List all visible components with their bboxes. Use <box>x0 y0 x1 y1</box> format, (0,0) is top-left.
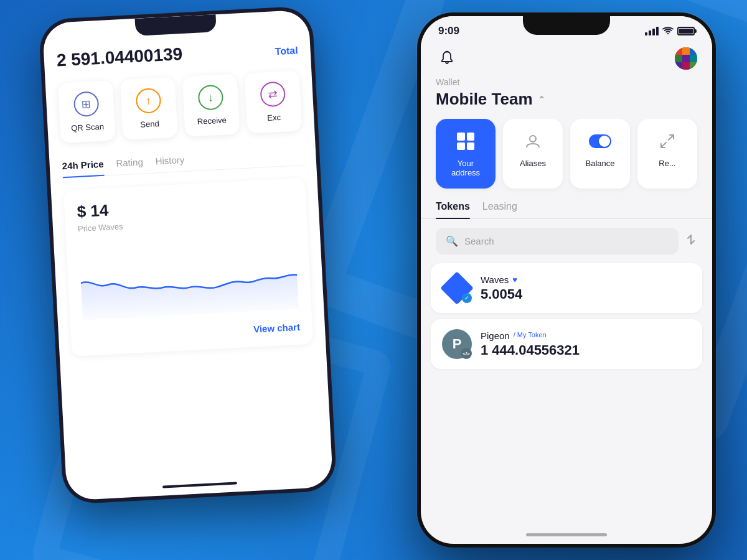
receive-label: Receive <box>197 115 227 126</box>
svg-rect-2 <box>675 47 682 55</box>
tab-rating[interactable]: Rating <box>116 157 144 175</box>
signal-bar-1 <box>645 32 647 35</box>
receive-icon: ↓ <box>197 85 223 111</box>
search-icon: 🔍 <box>446 235 458 247</box>
qrscan-label: QR Scan <box>71 122 104 133</box>
exchange-label: Exc <box>267 113 281 123</box>
signal-bar-4 <box>656 27 659 35</box>
tokens-tabs: Tokens Leasing <box>421 201 712 219</box>
tab-tokens[interactable]: Tokens <box>436 201 470 218</box>
aliases-card[interactable]: Aliases <box>503 119 563 189</box>
svg-line-13 <box>661 142 666 147</box>
redeem-label: Re... <box>659 159 675 168</box>
svg-line-12 <box>669 135 674 140</box>
token-item-pigeon[interactable]: P </> Pigeon / My Token 1 444.04556321 <box>431 319 702 369</box>
front-home-indicator <box>526 533 607 536</box>
waves-info: Waves ♥ 5.0054 <box>481 274 691 302</box>
balance-label: Balance <box>586 159 615 168</box>
svg-rect-6 <box>682 55 690 62</box>
qr-grid-icon <box>454 130 477 152</box>
waves-icon: ✓ <box>442 273 472 303</box>
back-action-receive[interactable]: ↓ Receive <box>182 73 240 136</box>
back-actions-row: ⊞ QR Scan ↑ Send ↓ Receive ⇄ Exc <box>58 70 303 143</box>
view-chart-link[interactable]: View chart <box>83 317 300 343</box>
send-icon: ↑ <box>135 88 161 114</box>
tab-leasing[interactable]: Leasing <box>482 201 517 218</box>
wallet-section: Wallet Mobile Team ⌃ <box>421 77 712 119</box>
pigeon-icon: P </> <box>442 329 472 359</box>
waves-favorite-icon: ♥ <box>512 275 517 284</box>
back-price-card: $ 14 Price Waves <box>63 178 313 357</box>
redeem-card[interactable]: Re... <box>637 119 697 189</box>
signal-bar-3 <box>652 29 655 35</box>
avatar <box>675 47 697 70</box>
aliases-label: Aliases <box>520 159 546 168</box>
svg-rect-10 <box>690 62 697 70</box>
battery-icon <box>677 27 695 35</box>
pigeon-sub-label: / My Token <box>514 331 547 338</box>
person-icon <box>522 130 544 152</box>
your-address-label: Your address <box>444 159 487 177</box>
exchange-icon: ⇄ <box>260 81 286 107</box>
back-balance-amount: 2 591.04400139 <box>56 44 183 71</box>
phone-back: 2 591.04400139 Total ⊞ QR Scan ↑ Send <box>38 6 337 505</box>
signal-bars <box>645 27 659 35</box>
token-item-waves[interactable]: ✓ Waves ♥ 5.0054 <box>431 263 702 313</box>
toggle-icon <box>589 130 611 152</box>
back-action-exchange[interactable]: ⇄ Exc <box>244 70 302 133</box>
svg-rect-8 <box>675 62 682 70</box>
waves-verified-icon: ✓ <box>462 293 472 303</box>
back-price-tabs: 24h Price Rating History <box>62 148 304 178</box>
wallet-name: Mobile Team ⌃ <box>436 90 697 109</box>
pigeon-name-row: Pigeon / My Token <box>481 330 691 341</box>
app-header <box>421 42 712 77</box>
compress-icon <box>656 130 679 152</box>
balance-card[interactable]: Balance <box>570 119 630 189</box>
pigeon-amount: 1 444.04556321 <box>481 342 691 358</box>
tab-24h-price[interactable]: 24h Price <box>62 159 104 177</box>
svg-point-0 <box>446 51 448 53</box>
status-icons <box>645 26 695 37</box>
token-list: ✓ Waves ♥ 5.0054 P </> <box>421 263 712 369</box>
back-action-send[interactable]: ↑ Send <box>120 77 178 140</box>
waves-amount: 5.0054 <box>481 286 691 302</box>
your-address-card[interactable]: Your address <box>436 119 496 189</box>
search-bar[interactable]: 🔍 Search <box>436 228 679 254</box>
back-chart <box>79 235 299 320</box>
wallet-label: Wallet <box>436 77 697 87</box>
sort-icon[interactable] <box>685 233 697 249</box>
back-balance-total: Total <box>275 45 298 57</box>
svg-point-11 <box>530 136 536 142</box>
search-row: 🔍 Search <box>421 228 712 254</box>
pigeon-info: Pigeon / My Token 1 444.04556321 <box>481 330 691 358</box>
send-label: Send <box>140 119 159 129</box>
pigeon-name: Pigeon <box>481 330 510 341</box>
phone-front: 9:09 <box>417 12 716 548</box>
qr-icon: ⊞ <box>73 91 100 117</box>
phones-container: 2 591.04400139 Total ⊞ QR Scan ↑ Send <box>0 0 747 560</box>
svg-rect-5 <box>675 55 682 62</box>
waves-name-row: Waves ♥ <box>481 274 691 285</box>
svg-rect-3 <box>682 47 690 55</box>
wifi-icon <box>662 26 674 37</box>
status-time: 9:09 <box>438 25 459 37</box>
signal-bar-2 <box>649 30 651 35</box>
svg-rect-7 <box>690 55 697 62</box>
waves-name: Waves <box>481 274 509 285</box>
search-placeholder: Search <box>464 236 494 246</box>
wallet-chevron-icon[interactable]: ⌃ <box>538 95 545 105</box>
svg-rect-4 <box>690 47 697 55</box>
svg-rect-9 <box>682 62 690 70</box>
bell-icon[interactable] <box>436 47 458 70</box>
action-cards: Your address Aliases <box>421 119 712 201</box>
back-action-qrscan[interactable]: ⊞ QR Scan <box>58 80 116 143</box>
pigeon-code-icon: </> <box>461 348 472 359</box>
front-notch <box>523 16 610 35</box>
tab-history[interactable]: History <box>155 154 185 172</box>
